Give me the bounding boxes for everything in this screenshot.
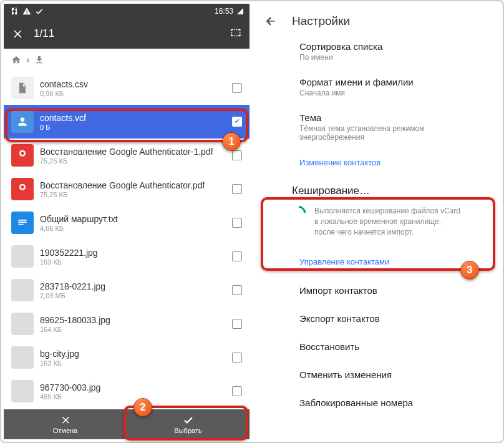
callout-badge-2: 2 bbox=[133, 398, 152, 417]
file-name: Общий маршрут.txt bbox=[40, 214, 226, 224]
home-icon bbox=[11, 55, 21, 65]
breadcrumb[interactable]: › bbox=[4, 49, 250, 71]
setting-export[interactable]: Экспорт контактов bbox=[254, 304, 500, 333]
callout-badge-1: 1 bbox=[222, 132, 241, 151]
file-size: 163 КБ bbox=[40, 359, 226, 367]
setting-name-format[interactable]: Формат имени и фамилии Сначала имя bbox=[254, 69, 500, 105]
checkbox[interactable] bbox=[232, 150, 242, 160]
facebook-icon bbox=[10, 7, 19, 16]
file-name: Восстановление Google Authenticator.pdf bbox=[40, 180, 226, 190]
file-size: 2,03 МБ bbox=[40, 292, 226, 299]
app-bar: Настройки bbox=[254, 4, 500, 39]
checkbox[interactable] bbox=[232, 353, 242, 363]
file-icon bbox=[16, 82, 29, 94]
text-icon bbox=[16, 217, 29, 229]
file-name: Восстановление Google Authenticator-1.pd… bbox=[40, 147, 226, 157]
dialog-text: Выполняется кеширование файлов vCard в л… bbox=[314, 206, 463, 237]
file-item[interactable]: 190352221.jpg163 КБ bbox=[4, 240, 250, 273]
spinner-icon bbox=[289, 203, 308, 222]
file-size: 0,98 КБ bbox=[40, 90, 226, 97]
checkbox[interactable] bbox=[232, 218, 242, 228]
file-item[interactable]: Общий маршрут.txt4,86 КБ bbox=[4, 206, 250, 240]
file-name: 283718-0221.jpg bbox=[40, 281, 226, 291]
settings-screen: Настройки Сортировка списка По имени Фор… bbox=[254, 4, 500, 439]
file-item[interactable]: 967730-003.jpg459 КБ bbox=[4, 374, 250, 408]
setting-theme[interactable]: Тема Тёмная тема установлена режимом эне… bbox=[254, 105, 500, 149]
time-label: 16:53 bbox=[215, 7, 233, 16]
setting-sort[interactable]: Сортировка списка По имени bbox=[254, 39, 500, 69]
pdf-icon bbox=[16, 149, 29, 162]
file-size: 163 КБ bbox=[40, 258, 226, 266]
select-all-icon[interactable] bbox=[230, 27, 242, 40]
page-title: Настройки bbox=[292, 14, 350, 28]
back-icon[interactable] bbox=[264, 15, 277, 27]
setting-restore[interactable]: Восстановить bbox=[254, 333, 500, 361]
file-size: 75,25 КБ bbox=[40, 157, 226, 165]
checkbox[interactable] bbox=[232, 386, 242, 396]
check-icon bbox=[183, 414, 194, 426]
selection-toolbar: 1/11 bbox=[4, 19, 250, 49]
file-item[interactable]: 89625-180033.jpg164 КБ bbox=[4, 307, 250, 341]
warning-icon bbox=[22, 7, 31, 16]
selection-count: 1/11 bbox=[34, 27, 54, 40]
checkbox[interactable] bbox=[232, 83, 242, 93]
status-bar: 16:53 bbox=[4, 4, 250, 19]
file-name: contacts.vcf bbox=[40, 113, 226, 123]
setting-undo[interactable]: Отменить изменения bbox=[254, 361, 500, 389]
file-name: contacts.csv bbox=[40, 79, 226, 89]
caching-dialog: Кеширование… Выполняется кеширование фай… bbox=[279, 173, 475, 248]
file-picker-screen: 16:53 1/11 › contacts.csv0,98 КБ bbox=[4, 4, 250, 439]
file-size: 459 КБ bbox=[40, 393, 226, 401]
checkbox[interactable] bbox=[232, 117, 242, 127]
cancel-label: Отмена bbox=[53, 427, 77, 434]
image-thumbnail bbox=[11, 346, 34, 369]
image-thumbnail bbox=[11, 380, 34, 402]
file-size: 4,86 КБ bbox=[40, 225, 226, 232]
setting-import[interactable]: Импорт контактов bbox=[254, 276, 500, 304]
file-item[interactable]: contacts.csv0,98 КБ bbox=[4, 71, 250, 105]
file-item[interactable]: 283718-0221.jpg2,03 МБ bbox=[4, 273, 250, 307]
file-name: 967730-003.jpg bbox=[40, 382, 226, 392]
checkbox[interactable] bbox=[232, 251, 242, 261]
file-list: contacts.csv0,98 КБ contacts.vcf0 Б Восс… bbox=[4, 71, 250, 409]
download-icon bbox=[34, 55, 44, 65]
file-name: bg-city.jpg bbox=[40, 349, 226, 359]
checkbox[interactable] bbox=[232, 285, 242, 295]
image-thumbnail bbox=[11, 245, 34, 268]
file-name: 190352221.jpg bbox=[40, 248, 226, 258]
callout-badge-3: 3 bbox=[460, 261, 479, 280]
file-item[interactable]: contacts.vcf0 Б bbox=[4, 105, 250, 139]
close-icon bbox=[60, 414, 71, 426]
file-size: 0 Б bbox=[40, 124, 226, 131]
contact-icon bbox=[16, 115, 29, 128]
section-edit-contacts: Изменение контактов bbox=[254, 149, 500, 173]
pdf-icon bbox=[16, 183, 29, 195]
check-icon bbox=[35, 7, 44, 16]
file-item[interactable]: Восстановление Google Authenticator.pdf7… bbox=[4, 172, 250, 206]
image-thumbnail bbox=[11, 279, 34, 301]
file-size: 75,25 КБ bbox=[40, 191, 226, 198]
dialog-title: Кеширование… bbox=[292, 185, 463, 197]
file-name: 89625-180033.jpg bbox=[40, 315, 226, 325]
setting-blocked[interactable]: Заблокированные номера bbox=[254, 389, 500, 417]
signal-icon bbox=[237, 8, 243, 14]
file-item[interactable]: bg-city.jpg163 КБ bbox=[4, 341, 250, 374]
bottom-bar: Отмена Выбрать bbox=[4, 409, 250, 439]
image-thumbnail bbox=[11, 313, 34, 335]
file-item[interactable]: Восстановление Google Authenticator-1.pd… bbox=[4, 139, 250, 172]
checkbox[interactable] bbox=[232, 184, 242, 194]
close-icon[interactable] bbox=[11, 27, 24, 40]
choose-label: Выбрать bbox=[174, 427, 201, 434]
file-size: 164 КБ bbox=[40, 326, 226, 333]
cancel-button[interactable]: Отмена bbox=[4, 409, 127, 439]
checkbox[interactable] bbox=[232, 319, 242, 329]
